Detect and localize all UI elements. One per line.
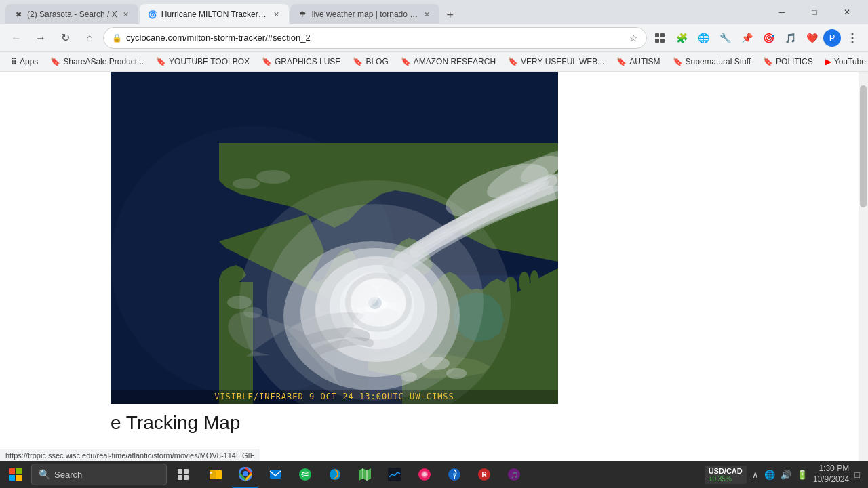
svg-rect-52: [16, 475, 22, 481]
ext3-button[interactable]: 🔧: [715, 28, 735, 48]
bm-graphics[interactable]: 🔖 GRAPHICS I USE: [256, 55, 346, 68]
taskbar-search[interactable]: 🔍 Search: [31, 464, 167, 485]
extensions-button[interactable]: [650, 28, 670, 48]
more-menu-button[interactable]: [842, 28, 863, 48]
taskbar-another2[interactable]: 🎵: [500, 461, 528, 488]
taskbar-mail[interactable]: [262, 461, 289, 488]
start-button[interactable]: [0, 461, 31, 488]
taskbar-spotify[interactable]: [292, 461, 319, 488]
bm2-icon: 🔖: [156, 57, 166, 66]
tab-sarasota[interactable]: ✖ (2) Sarasota - Search / X ✕: [5, 4, 138, 24]
taskbar-explorer[interactable]: [202, 461, 229, 488]
bm-amazon[interactable]: 🔖 AMAZON RESEARCH: [395, 55, 501, 68]
svg-point-61: [243, 471, 248, 476]
page-title: e Tracking Map: [111, 412, 859, 434]
tab3-close[interactable]: ✕: [422, 9, 431, 20]
taskbar-chevron-icon[interactable]: ∧: [752, 470, 759, 480]
taskbar-network-icon[interactable]: 🌐: [764, 470, 775, 480]
svg-rect-62: [270, 470, 281, 479]
taskbar-search-text: Search: [54, 470, 82, 480]
tab-hurricane[interactable]: 🌀 Hurricane MILTON Tracker | Cy... ✕: [140, 4, 289, 24]
svg-point-42: [401, 372, 417, 382]
scrollbar[interactable]: [859, 72, 868, 488]
ext7-button[interactable]: ❤️: [802, 28, 822, 48]
task-view-button[interactable]: [170, 461, 197, 488]
bookmark-star-icon[interactable]: ☆: [629, 33, 638, 43]
satellite-container: VISIBLE/INFRARED 9 OCT 24 13:00UTC UW-CI…: [111, 72, 558, 404]
svg-text:R: R: [481, 471, 487, 479]
ext1-button[interactable]: 🧩: [671, 28, 692, 48]
bm-veryuseful[interactable]: 🔖 VERY USEFUL WEB...: [502, 55, 610, 68]
svg-rect-3: [660, 39, 665, 43]
bm-youtube[interactable]: ▶ YouTube: [820, 55, 868, 68]
taskbar-tornadohq[interactable]: [441, 461, 468, 488]
bm4-label: BLOG: [366, 57, 388, 66]
close-button[interactable]: ✕: [831, 1, 863, 23]
tab-weather[interactable]: 🌩 live weather map | tornado hq ✕: [290, 4, 439, 24]
forward-button[interactable]: →: [30, 27, 52, 49]
bm5-label: AMAZON RESEARCH: [414, 57, 496, 66]
currency-widget[interactable]: USD/CAD +0.35%: [705, 466, 747, 484]
svg-point-5: [852, 37, 854, 39]
taskbar-photos[interactable]: [411, 461, 438, 488]
svg-rect-68: [388, 468, 401, 481]
home-button[interactable]: ⌂: [79, 27, 100, 49]
svg-point-17: [512, 322, 523, 330]
taskbar-clock[interactable]: 1:30 PM 10/9/2024: [813, 464, 849, 485]
reload-button[interactable]: ↻: [54, 27, 76, 49]
tab1-favicon: ✖: [14, 9, 23, 19]
taskbar-maps[interactable]: [351, 461, 378, 488]
svg-text:🎵: 🎵: [511, 471, 519, 479]
bm-autism[interactable]: 🔖 AUTISM: [611, 55, 665, 68]
taskbar-search-icon: 🔍: [39, 469, 50, 480]
bm-shareasale[interactable]: 🔖 ShareASale Product...: [45, 55, 149, 68]
taskbar-firefox[interactable]: [321, 461, 349, 488]
svg-rect-49: [9, 468, 15, 474]
toolbar-icons: 🧩 🌐 🔧 📌 🎯 🎵 ❤️ P: [650, 28, 863, 48]
apps-button[interactable]: ⠿ Apps: [5, 55, 43, 68]
ext6-button[interactable]: 🎵: [780, 28, 800, 48]
taskbar-tradingview[interactable]: [381, 461, 408, 488]
taskbar-volume-icon[interactable]: 🔊: [781, 470, 791, 480]
page-content: VISIBLE/INFRARED 9 OCT 24 13:00UTC UW-CI…: [0, 72, 868, 488]
svg-rect-1: [660, 33, 665, 37]
apps-icon: ⠿: [11, 57, 17, 66]
browser-frame: ✖ (2) Sarasota - Search / X ✕ 🌀 Hurrican…: [0, 0, 868, 488]
maximize-button[interactable]: □: [799, 1, 830, 23]
back-button[interactable]: ←: [5, 27, 27, 49]
satellite-image: VISIBLE/INFRARED 9 OCT 24 13:00UTC UW-CI…: [111, 72, 558, 404]
profile-button[interactable]: P: [823, 29, 841, 47]
ext4-button[interactable]: 📌: [736, 28, 757, 48]
taskbar-chrome[interactable]: [232, 461, 259, 488]
svg-text:VISIBLE/INFRARED   9 OCT 24   : VISIBLE/INFRARED 9 OCT 24 13:00UTC UW-CI…: [214, 392, 454, 401]
bm2-label: YOUTUBE TOOLBOX: [169, 57, 250, 66]
tab1-close[interactable]: ✕: [121, 9, 130, 20]
taskbar-pinned-apps: R 🎵: [202, 461, 528, 488]
minimize-button[interactable]: ─: [766, 1, 797, 23]
bm8-icon: 🔖: [673, 57, 683, 66]
new-tab-button[interactable]: +: [441, 5, 460, 24]
tab2-close[interactable]: ✕: [272, 9, 281, 20]
taskbar-another1[interactable]: R: [471, 461, 498, 488]
bm-politics[interactable]: 🔖 POLITICS: [757, 55, 818, 68]
bm-supernatural[interactable]: 🔖 Supernatural Stuff: [667, 55, 757, 68]
ext5-button[interactable]: 🎯: [758, 28, 778, 48]
svg-rect-55: [178, 475, 182, 480]
page-title-text: e Tracking Map: [111, 412, 240, 433]
bm-blog[interactable]: 🔖 BLOG: [347, 55, 393, 68]
bm-youtube-toolbox[interactable]: 🔖 YOUTUBE TOOLBOX: [151, 55, 255, 68]
ext2-button[interactable]: 🌐: [693, 28, 713, 48]
bm7-icon: 🔖: [616, 57, 627, 66]
apps-label: Apps: [20, 57, 38, 66]
bm1-label: ShareASale Product...: [63, 57, 144, 66]
scrollbar-thumb[interactable]: [860, 85, 867, 207]
svg-rect-50: [16, 468, 22, 474]
notification-icon[interactable]: □: [854, 470, 860, 480]
address-bar[interactable]: 🔒 cyclocane.com/milton-storm-tracker/#se…: [103, 27, 647, 49]
svg-point-4: [852, 33, 854, 35]
svg-rect-51: [9, 475, 15, 481]
bm3-label: GRAPHICS I USE: [275, 57, 340, 66]
svg-rect-53: [178, 469, 182, 474]
taskbar-battery-icon[interactable]: 🔋: [797, 470, 808, 480]
svg-point-13: [519, 272, 530, 292]
